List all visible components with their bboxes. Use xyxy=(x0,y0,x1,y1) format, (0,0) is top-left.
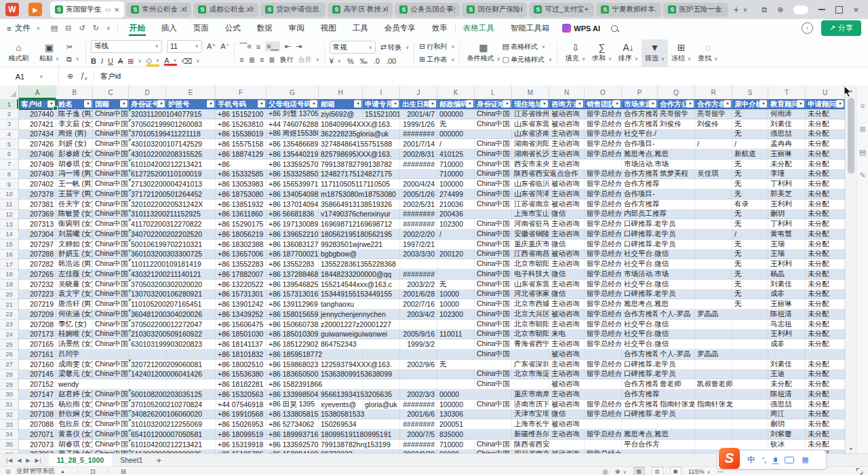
cell-R3[interactable]: 刘俊伶 xyxy=(695,119,732,129)
cell-H24[interactable]: guiwanweiguiwanwei xyxy=(319,330,400,339)
merge-cells-button[interactable]: 合并∨ xyxy=(298,55,319,64)
borders-button[interactable]: ⊞∨ xyxy=(127,57,141,66)
cell-F24[interactable]: +86 18501030 xyxy=(216,330,267,339)
cell-N28[interactable]: 主动咨询 xyxy=(549,370,585,379)
cell-K14[interactable]: / xyxy=(437,229,475,239)
cell-K32[interactable]: 130306 xyxy=(437,410,512,419)
cell-P30[interactable]: 合作方推荐 xyxy=(622,390,768,399)
column-header-N[interactable]: N xyxy=(549,86,585,99)
cell-C5[interactable]: China中国 xyxy=(93,139,129,149)
cell-H13[interactable]: 169698712169698712 xyxy=(319,219,400,229)
fill-button[interactable]: ⇩ 填充∨ xyxy=(562,39,589,66)
cell-K35[interactable]: 710000 xyxy=(437,440,475,449)
column-header-E[interactable]: E xyxy=(166,86,216,99)
cell-B1[interactable]: 姓名 xyxy=(56,99,93,109)
cell-D8[interactable]: 612725200110100019 xyxy=(129,170,216,179)
convert-button[interactable]: ⇄转换∨ xyxy=(380,43,409,52)
row-header-12[interactable]: 12 xyxy=(0,210,19,220)
cell-J16[interactable]: 2003/3/30 xyxy=(400,250,437,259)
cell-K11[interactable]: 210036 xyxy=(437,200,475,209)
filter-button-E[interactable] xyxy=(207,100,214,108)
cell-H16[interactable]: bgbgbow@ xyxy=(319,250,400,259)
cell-M34[interactable]: 新疆维吾尔 xyxy=(512,430,549,439)
filter-button-A[interactable] xyxy=(47,100,55,108)
cell-K3[interactable]: 无 xyxy=(437,119,475,129)
cell-H35[interactable]: 799138782hrq153199 xyxy=(319,440,400,449)
filter-button-G[interactable] xyxy=(310,100,317,108)
cell-O10[interactable]: 留学总经办 xyxy=(585,189,622,199)
cell-K19[interactable]: 无 xyxy=(437,280,475,289)
cell-H31[interactable]: xyevents@ xyxy=(319,400,363,409)
cell-M3[interactable]: 山东省东营 xyxy=(512,119,549,129)
cell-N30[interactable]: 主动咨询 xyxy=(549,390,622,399)
cell-N26[interactable]: 被动咨询 xyxy=(549,349,622,359)
cell-O16[interactable]: 留学总经办 xyxy=(585,250,622,259)
new-tab-button[interactable]: + xyxy=(733,4,738,15)
cell-B15[interactable]: 文静如 (女) xyxy=(56,240,93,249)
cell-A9[interactable]: 207402 xyxy=(19,179,56,189)
filter-button-U[interactable] xyxy=(836,100,844,108)
cell-L13[interactable]: China中国 xyxy=(475,219,512,229)
file-tab-8[interactable]: S宁夏教师样本.xlsx xyxy=(596,3,661,17)
cell-P1[interactable]: 市场来源 xyxy=(622,99,658,109)
filter-button-L[interactable] xyxy=(503,100,511,108)
cell-F6[interactable]: +86 18874129 xyxy=(216,149,267,159)
cell-D3[interactable]: 370502199901260083 xyxy=(129,119,216,129)
cell-P13[interactable]: 口碑推荐.老学员 xyxy=(622,219,732,229)
cell-L19[interactable]: China中国 xyxy=(475,280,512,289)
cell-A35[interactable]: 207073 xyxy=(19,440,56,449)
column-header-L[interactable]: L xyxy=(475,86,512,99)
cell-K20[interactable]: 10000 xyxy=(437,290,475,299)
zoom-level[interactable]: 115%∨ xyxy=(688,468,711,475)
font-size-select[interactable]: 11∨ xyxy=(167,40,202,53)
increase-font-icon[interactable]: A⁺ xyxy=(207,42,216,51)
cell-Q8[interactable]: 筑梦美程 xyxy=(658,170,695,179)
paste-button[interactable]: ▣ 粘贴∨ xyxy=(36,42,62,64)
cell-P5[interactable]: 合作项目- xyxy=(622,139,695,149)
row-header-4[interactable]: 4 xyxy=(0,130,19,140)
format-painter-button[interactable]: ⌂ 格式刷 xyxy=(5,42,32,64)
cell-F34[interactable]: +86 18099519 xyxy=(216,430,267,439)
cell-M30[interactable]: 重庆市南岸 xyxy=(512,390,549,399)
cell-T9[interactable]: 丁利利 xyxy=(768,179,806,189)
decrease-font-icon[interactable]: A⁻ xyxy=(220,42,229,51)
ime-punctuation-icon[interactable]: ’, xyxy=(762,456,766,464)
cell-M23[interactable]: 北京市朝阳 xyxy=(512,320,549,329)
cell-C19[interactable]: China中国 xyxy=(93,280,129,289)
cell-N2[interactable]: 被动咨询 xyxy=(549,109,585,119)
cell-U25[interactable]: 未分配 xyxy=(806,339,845,349)
cell-K9[interactable]: 100000 xyxy=(437,179,475,189)
cell-J22[interactable]: 2003/4/2 xyxy=(400,309,437,319)
cell-O25[interactable]: 留学总经办 xyxy=(585,339,622,349)
cell-F17[interactable]: +86 13552283 xyxy=(216,259,267,269)
cell-U35[interactable]: 未分配 xyxy=(806,440,845,449)
cell-L35[interactable]: China中国 xyxy=(475,440,512,449)
cell-U3[interactable]: 未分配 xyxy=(806,119,845,129)
cell-A32[interactable]: 207108 xyxy=(19,410,56,419)
cell-N12[interactable]: 微信 xyxy=(549,210,585,219)
column-header-M[interactable]: M xyxy=(512,86,549,99)
filter-button-N[interactable] xyxy=(576,100,583,108)
cell-Q31[interactable]: 指南针张龙 xyxy=(658,400,695,409)
cell-C3[interactable]: China中国 xyxy=(93,119,129,129)
cell-P24[interactable]: 社交平台.微信 xyxy=(622,330,768,339)
prev-sheet-icon[interactable]: ◀ xyxy=(17,457,21,463)
cell-R1[interactable]: 合作方名 xyxy=(695,99,732,109)
cell-L2[interactable]: China中国 xyxy=(475,109,512,119)
cell-D31[interactable]: 370105200210270824 xyxy=(129,400,216,409)
cell-A27[interactable]: 207160 xyxy=(19,360,56,369)
cell-I31[interactable]: gloria@uk xyxy=(363,400,400,409)
cell-D23[interactable]: 370502200012272047 xyxy=(129,320,216,329)
cell-T3[interactable]: 刘素佳 xyxy=(768,119,806,129)
cell-O21[interactable]: 留学总经办 xyxy=(585,299,622,309)
cell-N17[interactable]: 主动咨询 xyxy=(549,259,585,269)
cell-S12[interactable]: 无 xyxy=(732,210,768,219)
cell-O4[interactable]: 留学总经办 xyxy=(585,130,622,139)
bold-button[interactable]: B xyxy=(91,57,96,65)
cell-F33[interactable]: +86 15026953 xyxy=(216,419,267,429)
column-header-F[interactable]: F xyxy=(216,86,267,99)
cell-B24[interactable]: 桂婉唯 (女) xyxy=(56,330,93,339)
cell-F29[interactable]: +86 18182281 xyxy=(216,379,267,389)
menu-item-1[interactable]: 插入 xyxy=(161,20,178,36)
cell-H25[interactable]: 864752343 xyxy=(319,339,400,349)
